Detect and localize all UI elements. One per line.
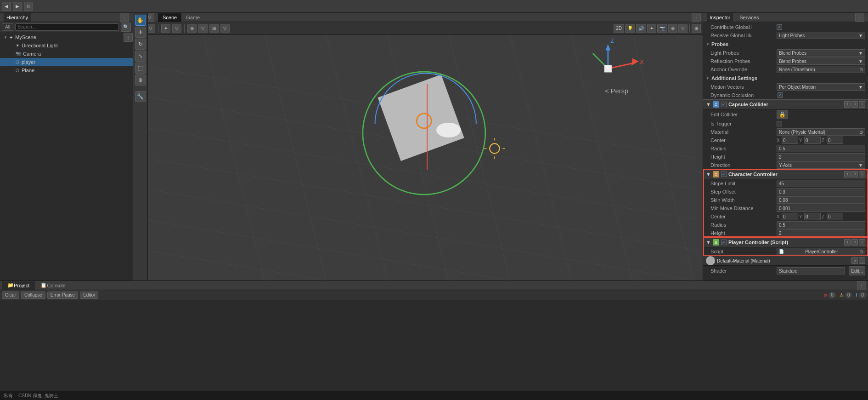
clear-btn[interactable]: Clear — [2, 291, 19, 299]
player-controller-header: ▼ S Player Controller (Script) ? ↗ ⋮ — [703, 237, 868, 247]
reflection-probes-select[interactable]: Blend Probes ▼ — [777, 57, 865, 65]
char-ctrl-menu[interactable]: ⋮ — [859, 171, 865, 177]
inspector-menu-btn[interactable]: ⋮ — [855, 13, 864, 22]
capsule-center-y[interactable]: 0 — [804, 137, 821, 144]
scene-gizmo-btn[interactable]: ⊕ — [187, 24, 197, 33]
tool-rotate[interactable]: ↻ — [135, 39, 146, 50]
tool-scale[interactable]: ⤡ — [135, 51, 146, 62]
tree-item-myscene[interactable]: ▼ ✦ MyScene ⋮ — [0, 33, 133, 41]
capsule-radius-input[interactable]: 0.5 — [777, 145, 865, 152]
char-ctrl-center-xyz: X 0 Y 0 Z 0 — [777, 213, 865, 220]
scene-cam-btn[interactable]: 📷 — [657, 24, 667, 33]
char-ctrl-height-input[interactable]: 2 — [777, 229, 865, 237]
scene-gizmo-dropdown[interactable]: ▽ — [198, 24, 208, 33]
scene-tab-scene[interactable]: Scene — [158, 13, 181, 22]
tool-move[interactable]: ✛ — [135, 27, 146, 38]
inspector-tab[interactable]: Inspector — [707, 13, 733, 22]
capsule-center-xyz: X 0 Y 0 Z 0 — [777, 137, 865, 144]
services-tab[interactable]: Services — [737, 13, 761, 22]
capsule-center-x[interactable]: 0 — [782, 137, 798, 144]
tree-item-plane[interactable]: ⬡ Plane — [0, 66, 133, 74]
capsule-material-label: Material — [710, 129, 775, 135]
hierarchy-all-btn[interactable]: All — [2, 23, 13, 31]
scene-overlay-btn[interactable]: ▽ — [678, 24, 688, 33]
scene-toolbar-more[interactable]: ⋮ — [692, 13, 701, 22]
material-menu[interactable]: ⋮ — [859, 257, 865, 264]
player-controller-icon: S — [713, 239, 719, 246]
console-tab[interactable]: 📋 Console — [35, 281, 71, 290]
tool-transform[interactable]: ⊕ — [135, 74, 146, 86]
character-controller-enabled[interactable] — [721, 171, 727, 177]
tree-item-player[interactable]: ⬡ player — [0, 58, 133, 66]
player-ctrl-settings[interactable]: ↗ — [851, 239, 858, 246]
anchor-override-select[interactable]: None (Transform) ⊙ — [777, 66, 865, 73]
inspector-panel: Inspector Services ⋮ Contribute Global I… — [703, 13, 868, 280]
char-ctrl-center-z[interactable]: 0 — [827, 213, 843, 220]
min-move-distance-input[interactable]: 0.001 — [777, 205, 865, 212]
scene-viewport[interactable]: X Z < Persp — [133, 35, 703, 280]
step-offset-input[interactable]: 0.3 — [777, 188, 865, 195]
tool-custom[interactable]: 🔧 — [135, 91, 146, 102]
error-pause-btn[interactable]: Error Pause — [47, 291, 78, 299]
toolbar-play-btn[interactable]: ▶ — [13, 2, 22, 11]
char-ctrl-center-x[interactable]: 0 — [782, 213, 798, 220]
material-settings[interactable]: ↗ — [851, 257, 858, 264]
capsule-direction-select[interactable]: Y-Axis ▼ — [777, 161, 865, 169]
scene-tab-game[interactable]: Game — [181, 13, 204, 22]
scene-snap-btn[interactable]: ⊞ — [209, 24, 219, 33]
capsule-center-z[interactable]: 0 — [827, 137, 843, 144]
scene-effects-btn[interactable]: ✦ — [161, 24, 170, 33]
scene-effects-dropdown[interactable]: ▽ — [172, 24, 181, 33]
tool-hand[interactable]: ✋ — [135, 15, 146, 26]
character-controller-header: ▼ C Character Controller ? ↗ ⋮ — [703, 169, 868, 179]
scene-snap-dropdown[interactable]: ▽ — [220, 24, 230, 33]
hierarchy-menu-btn[interactable]: ⋮ — [120, 13, 129, 22]
player-ctrl-help[interactable]: ? — [844, 239, 851, 246]
myscene-menu[interactable]: ⋮ — [124, 33, 133, 42]
project-tab[interactable]: 📁 Project — [2, 281, 35, 290]
scene-gizmos-btn[interactable]: ⊕ — [668, 24, 677, 33]
toolbar-back-btn[interactable]: ◀ — [2, 2, 11, 11]
capsule-height-input[interactable]: 2 — [777, 153, 865, 160]
slope-limit-input[interactable]: 45 — [777, 180, 865, 187]
player-controller-enabled[interactable] — [721, 240, 727, 245]
capsule-collider-settings[interactable]: ↗ — [851, 101, 858, 108]
hierarchy-search-btn[interactable]: 🔍 — [121, 23, 131, 32]
scene-audio-btn[interactable]: 🔊 — [636, 24, 646, 33]
char-ctrl-settings[interactable]: ↗ — [851, 171, 858, 177]
dynamic-occlusion-checkbox[interactable] — [778, 92, 783, 98]
capsule-collider-menu[interactable]: ⋮ — [859, 101, 865, 108]
char-ctrl-help[interactable]: ? — [844, 171, 851, 177]
tree-item-camera[interactable]: 📷 Camera — [0, 50, 133, 58]
tree-item-directionallight[interactable]: ☀ Directional Light — [0, 41, 133, 50]
capsule-material-select[interactable]: None (Physic Material) ⊙ — [777, 128, 865, 136]
scene-2d-btn[interactable]: 2D — [614, 24, 624, 33]
hierarchy-search[interactable] — [15, 23, 119, 31]
dynamic-occlusion-label: Dynamic Occlusion — [710, 92, 775, 98]
shader-edit-btn[interactable]: Edit... — [849, 266, 865, 275]
scene-fx-btn[interactable]: ✦ — [647, 24, 656, 33]
toolbar-pause-btn[interactable]: ⏸ — [24, 2, 33, 11]
light-probes-dropdown[interactable]: Light Probes ▼ — [777, 32, 865, 39]
char-ctrl-center-y[interactable]: 0 — [804, 213, 821, 220]
hierarchy-tab[interactable]: Hierarchy — [4, 13, 31, 22]
skin-width-input[interactable]: 0.08 — [777, 196, 865, 204]
is-trigger-checkbox[interactable] — [777, 121, 782, 126]
bottom-panel-menu[interactable]: ⋮ — [857, 281, 866, 290]
additional-settings-header[interactable]: ▼ Additional Settings — [703, 74, 868, 83]
contribute-global-checkbox[interactable] — [777, 24, 782, 30]
tool-rect[interactable]: ⬚ — [135, 63, 146, 74]
probes-section-header[interactable]: ▼ Probes — [703, 40, 868, 49]
scene-nav-btn[interactable]: ⊞ — [692, 24, 701, 33]
capsule-collider-enabled[interactable] — [721, 102, 727, 107]
editor-btn[interactable]: Editor — [80, 291, 98, 299]
script-select[interactable]: 📄 PlayerController ⊙ — [777, 248, 865, 255]
char-ctrl-radius-input[interactable]: 0.5 — [777, 221, 865, 229]
scene-light-btn[interactable]: 💡 — [625, 24, 635, 33]
capsule-collider-help[interactable]: ? — [844, 101, 851, 108]
motion-vectors-select[interactable]: Per Object Motion ▼ — [777, 83, 865, 91]
edit-collider-btn[interactable]: 🔒 — [777, 110, 788, 119]
light-probes-select[interactable]: Blend Probes ▼ — [777, 49, 865, 57]
player-ctrl-menu[interactable]: ⋮ — [859, 239, 865, 246]
collapse-btn[interactable]: Collapse — [21, 291, 45, 299]
